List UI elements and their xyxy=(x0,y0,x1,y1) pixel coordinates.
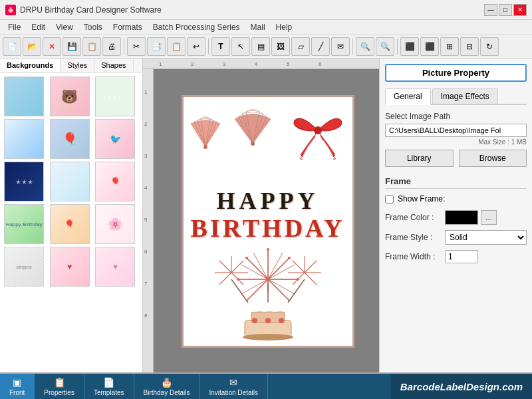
select-image-path-label: Select Image Path xyxy=(385,112,527,121)
maximize-button[interactable]: □ xyxy=(499,4,512,16)
table-button[interactable]: ⊟ xyxy=(460,37,479,56)
frame-style-select[interactable]: Solid Dashed Dotted Double xyxy=(445,230,527,245)
thumbnail-9[interactable]: 🎈 xyxy=(95,162,135,201)
print-button[interactable]: 🖨 xyxy=(102,37,121,56)
tab-styles[interactable]: Styles xyxy=(61,59,94,72)
bottom-properties-button[interactable]: 📋 Properties xyxy=(35,374,84,399)
thumbnail-10[interactable]: Happy Birthday xyxy=(4,204,44,244)
frame-color-label: Frame Color : xyxy=(385,213,445,222)
svg-point-18 xyxy=(288,257,291,259)
zoom-in-button[interactable]: 🔍 xyxy=(356,37,374,56)
thumbnail-7[interactable]: ★★★ xyxy=(4,162,44,201)
menu-tools[interactable]: Tools xyxy=(78,21,108,33)
close-file-button[interactable]: ✕ xyxy=(43,37,61,56)
bottom-templates-button[interactable]: 📄 Templates xyxy=(84,374,134,399)
birthday-card[interactable]: HAPPY BIRTHDAY xyxy=(182,95,354,348)
align-left-button[interactable]: ⬛ xyxy=(400,37,419,56)
right-panel-tabs: General Image Effects xyxy=(385,88,527,105)
thumbnail-15[interactable]: ♥ xyxy=(95,247,135,287)
menu-file[interactable]: File xyxy=(3,21,26,33)
tab-shapes[interactable]: Shapes xyxy=(94,59,133,72)
svg-line-23 xyxy=(231,261,243,273)
menu-view[interactable]: View xyxy=(51,21,78,33)
thumbnail-12[interactable]: 🌸 xyxy=(95,204,135,244)
thumbnail-13[interactable]: stripes xyxy=(4,247,44,287)
paste-button[interactable]: 📋 xyxy=(167,37,186,56)
menu-mail[interactable]: Mail xyxy=(245,21,271,33)
bottom-invitation-details-button[interactable]: ✉ Invitation Details xyxy=(200,374,268,399)
align-right-button[interactable]: ⬛ xyxy=(420,37,439,56)
text-button[interactable]: T xyxy=(211,37,230,56)
tab-general[interactable]: General xyxy=(385,88,431,105)
svg-line-35 xyxy=(305,273,317,285)
thumbnail-1[interactable] xyxy=(4,76,44,116)
mail-button[interactable]: ✉ xyxy=(331,37,350,56)
frame-color-swatch[interactable] xyxy=(445,210,478,225)
tab-image-effects[interactable]: Image Effects xyxy=(432,88,498,104)
tab-backgrounds[interactable]: Backgrounds xyxy=(0,59,61,72)
app-icon: 🎂 xyxy=(5,5,16,15)
grid-button[interactable]: ⊞ xyxy=(440,37,459,56)
window-controls[interactable]: — □ ✕ xyxy=(484,4,527,16)
shape-button[interactable]: ▱ xyxy=(291,37,310,56)
frame-color-picker-button[interactable]: … xyxy=(481,210,497,225)
properties-label: Properties xyxy=(44,389,74,396)
frame-width-input[interactable] xyxy=(445,250,478,263)
svg-point-1 xyxy=(251,142,255,146)
thumbnail-6[interactable]: 🐦 xyxy=(95,119,135,159)
menu-help[interactable]: Help xyxy=(271,21,298,33)
menu-edit[interactable]: Edit xyxy=(26,21,51,33)
zoom-out-button[interactable]: 🔍 xyxy=(376,37,394,56)
svg-point-17 xyxy=(267,248,269,251)
ruler-horizontal: 1 2 3 4 5 6 xyxy=(143,59,379,69)
image-path-input[interactable] xyxy=(385,124,527,137)
copy-button[interactable]: 📑 xyxy=(147,37,166,56)
svg-point-41 xyxy=(252,318,257,323)
thumbnail-14[interactable]: ♥ xyxy=(50,247,90,287)
new-button[interactable]: 📄 xyxy=(3,37,21,56)
svg-line-38 xyxy=(288,279,305,303)
image-button[interactable]: 🖼 xyxy=(271,37,290,56)
right-panel: Picture Property General Image Effects S… xyxy=(379,59,532,372)
svg-line-15 xyxy=(268,279,295,294)
svg-line-6 xyxy=(268,279,289,301)
svg-line-32 xyxy=(293,261,305,273)
save-button[interactable]: 💾 xyxy=(63,37,81,56)
menu-batch-processing[interactable]: Batch Processing Series xyxy=(148,21,245,33)
bottom-birthday-details-button[interactable]: 🎂 Birthday Details xyxy=(134,374,200,399)
thumbnail-8[interactable] xyxy=(50,162,90,201)
birthday-details-label: Birthday Details xyxy=(144,389,190,396)
barcode-button[interactable]: ▤ xyxy=(251,37,270,56)
close-button[interactable]: ✕ xyxy=(513,4,527,16)
menu-formats[interactable]: Formats xyxy=(108,21,148,33)
thumbnail-11[interactable]: 🎈 xyxy=(50,204,90,244)
thumbnail-5[interactable]: 🎈 xyxy=(50,119,90,159)
main-area: Backgrounds Styles Shapes 🐻 🎈 🐦 ★★★ 🎈 Ha… xyxy=(0,59,532,372)
open-button[interactable]: 📂 xyxy=(23,37,41,56)
thumbnail-3[interactable] xyxy=(95,76,135,116)
cursor-button[interactable]: ↖ xyxy=(231,37,250,56)
cut-button[interactable]: ✂ xyxy=(127,37,146,56)
rotate-button[interactable]: ↻ xyxy=(480,37,499,56)
thumbnail-2[interactable]: 🐻 xyxy=(50,76,90,116)
svg-point-43 xyxy=(279,318,284,323)
canvas-area[interactable]: 1 2 3 4 5 6 1 2 3 4 5 6 7 8 xyxy=(143,59,379,372)
svg-line-10 xyxy=(247,258,268,279)
show-frame-checkbox[interactable] xyxy=(385,195,394,203)
svg-line-16 xyxy=(241,279,268,294)
toolbar: 📄 📂 ✕ 💾 📋 🖨 ✂ 📑 📋 ↩ T ↖ ▤ 🖼 ▱ ╱ ✉ 🔍 🔍 ⬛ … xyxy=(0,35,532,59)
undo-button[interactable]: ↩ xyxy=(187,37,205,56)
left-panel: Backgrounds Styles Shapes 🐻 🎈 🐦 ★★★ 🎈 Ha… xyxy=(0,59,143,372)
frame-color-row: Frame Color : … xyxy=(385,210,527,225)
line-button[interactable]: ╱ xyxy=(311,37,330,56)
bottom-bar: ▣ Front 📋 Properties 📄 Templates 🎂 Birth… xyxy=(0,372,532,399)
svg-point-42 xyxy=(265,318,271,323)
bottom-front-button[interactable]: ▣ Front xyxy=(0,374,35,399)
svg-line-28 xyxy=(219,273,231,285)
svg-line-34 xyxy=(293,273,305,285)
library-button[interactable]: Library xyxy=(385,150,454,167)
thumbnail-4[interactable] xyxy=(4,119,44,159)
save-as-button[interactable]: 📋 xyxy=(82,37,101,56)
browse-button[interactable]: Browse xyxy=(459,150,527,167)
minimize-button[interactable]: — xyxy=(484,4,497,16)
